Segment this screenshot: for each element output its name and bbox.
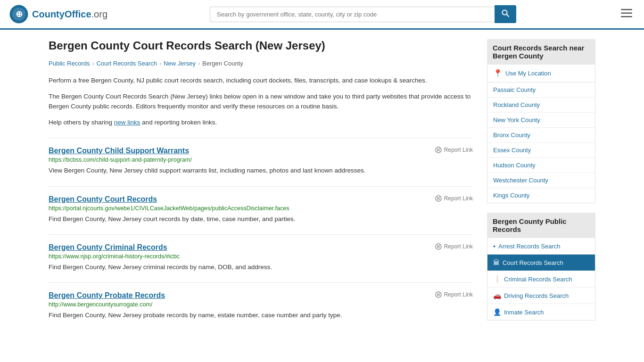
breadcrumb-court-records[interactable]: Court Records Search: [96, 60, 157, 67]
results-container: Bergen County Child Support Warrants Rep…: [49, 138, 473, 320]
nearby-county-item: Rockland County: [487, 98, 595, 113]
result-header: Bergen County Probate Records Report Lin…: [49, 291, 473, 300]
location-pin-icon: 📍: [493, 69, 503, 78]
nearby-county-item: New York County: [487, 113, 595, 128]
page-title: Bergen County Court Records Search (New …: [49, 39, 473, 52]
report-icon-2: [435, 243, 442, 250]
nearby-county-link-6[interactable]: Westchester County: [487, 173, 595, 188]
nearby-county-link-4[interactable]: Essex County: [487, 143, 595, 157]
logo-area: ⊕ CountyOffice.org: [9, 5, 107, 24]
report-link-0[interactable]: Report Link: [435, 147, 473, 153]
nearby-county-item: Passaic County: [487, 82, 595, 98]
svg-rect-7: [621, 16, 632, 17]
page-container: Bergen County Court Records Search (New …: [39, 30, 605, 339]
public-records-label-4: Inmate Search: [504, 309, 544, 316]
nearby-county-link-1[interactable]: Rockland County: [487, 98, 595, 112]
result-item: Bergen County Court Records Report Link …: [49, 186, 473, 224]
result-title-2[interactable]: Bergen County Criminal Records: [49, 243, 167, 252]
logo-icon: ⊕: [9, 5, 28, 24]
breadcrumb-public-records[interactable]: Public Records: [49, 60, 90, 67]
result-desc-0: View Bergen County, New Jersey child sup…: [49, 166, 473, 175]
svg-text:⊕: ⊕: [16, 9, 23, 19]
nearby-counties-list: Passaic CountyRockland CountyNew York Co…: [487, 82, 595, 203]
report-link-2[interactable]: Report Link: [435, 243, 473, 250]
public-records-item: ▪ Arrest Records Search: [487, 238, 595, 255]
nearby-county-link-7[interactable]: Kings County: [487, 188, 595, 203]
public-records-icon-2: ❕: [493, 275, 501, 283]
public-records-icon-4: 👤: [493, 308, 501, 316]
nearby-county-link-5[interactable]: Hudson County: [487, 158, 595, 173]
description-1: Perform a free Bergen County, NJ public …: [49, 75, 473, 86]
result-desc-3: Find Bergen County, New Jersey probate r…: [49, 311, 473, 320]
result-title-3[interactable]: Bergen County Probate Records: [49, 291, 165, 300]
public-records-icon-0: ▪: [493, 242, 495, 250]
public-records-item: 👤 Inmate Search: [487, 304, 595, 320]
public-records-icon-3: 🚗: [493, 292, 501, 299]
logo-text: CountyOffice.org: [32, 9, 107, 20]
result-item: Bergen County Probate Records Report Lin…: [49, 282, 473, 320]
svg-line-4: [507, 15, 509, 17]
report-icon-1: [435, 195, 442, 202]
nearby-county-link-2[interactable]: New York County: [487, 113, 595, 127]
public-records-label-3: Driving Records Search: [504, 292, 569, 299]
description-3: Help others by sharing new links and rep…: [49, 117, 473, 128]
new-links-link[interactable]: new links: [114, 119, 140, 126]
site-header: ⊕ CountyOffice.org: [0, 0, 644, 30]
description-2: The Bergen County Court Records Search (…: [49, 91, 473, 112]
public-records-link-4[interactable]: 👤 Inmate Search: [487, 304, 595, 320]
nearby-county-item: Hudson County: [487, 158, 595, 173]
public-records-section: Bergen County Public Records ▪ Arrest Re…: [487, 213, 595, 321]
nearby-county-item: Westchester County: [487, 173, 595, 188]
result-desc-2: Find Bergen County, New Jersey criminal …: [49, 263, 473, 272]
breadcrumb: Public Records › Court Records Search › …: [49, 60, 473, 67]
public-records-item: 🏛 Court Records Search: [487, 255, 595, 271]
report-icon-3: [435, 291, 442, 298]
result-desc-1: Find Bergen County, New Jersey court rec…: [49, 214, 473, 224]
report-link-1[interactable]: Report Link: [435, 195, 473, 202]
svg-rect-5: [621, 9, 632, 10]
result-url-0: https://bcbss.com/child-support-and-pate…: [49, 156, 473, 163]
public-records-link-3[interactable]: 🚗 Driving Records Search: [487, 288, 595, 304]
public-records-link-0[interactable]: ▪ Arrest Records Search: [487, 238, 595, 254]
result-header: Bergen County Court Records Report Link: [49, 195, 473, 204]
main-content: Bergen County Court Records Search (New …: [49, 39, 473, 330]
report-link-3[interactable]: Report Link: [435, 291, 473, 298]
result-url-1: https://portal.njcourts.gov/webe1/CIVILC…: [49, 205, 473, 212]
public-records-label-0: Arrest Records Search: [498, 243, 561, 250]
public-records-link-1[interactable]: 🏛 Court Records Search: [487, 255, 595, 271]
report-icon-0: [435, 147, 442, 153]
search-input[interactable]: [210, 7, 495, 22]
use-my-location-link[interactable]: 📍 Use My Location: [487, 65, 595, 82]
result-item: Bergen County Criminal Records Report Li…: [49, 234, 473, 272]
public-records-label-2: Criminal Records Search: [504, 276, 572, 283]
nearby-county-link-0[interactable]: Passaic County: [487, 82, 595, 97]
result-url-3: http://www.bergencountysurrogate.com/: [49, 301, 473, 308]
search-area: [210, 5, 516, 23]
nearby-section-title: Court Records Search near Bergen County: [487, 39, 595, 65]
result-header: Bergen County Criminal Records Report Li…: [49, 243, 473, 252]
public-records-item: ❕ Criminal Records Search: [487, 271, 595, 288]
public-records-title: Bergen County Public Records: [487, 213, 595, 238]
nearby-county-item: Kings County: [487, 188, 595, 203]
public-records-item: 🚗 Driving Records Search: [487, 288, 595, 304]
result-header: Bergen County Child Support Warrants Rep…: [49, 147, 473, 155]
nearby-section: Court Records Search near Bergen County …: [487, 39, 595, 203]
result-title-0[interactable]: Bergen County Child Support Warrants: [49, 147, 189, 155]
result-url-2: https://www.njsp.org/criminal-history-re…: [49, 253, 473, 260]
search-button[interactable]: [495, 5, 516, 23]
menu-button[interactable]: [619, 6, 635, 23]
result-item: Bergen County Child Support Warrants Rep…: [49, 138, 473, 175]
hamburger-icon: [621, 9, 632, 17]
nearby-county-item: Essex County: [487, 143, 595, 158]
nearby-county-link-3[interactable]: Bronx County: [487, 128, 595, 142]
public-records-icon-1: 🏛: [493, 259, 500, 266]
result-title-1[interactable]: Bergen County Court Records: [49, 195, 157, 204]
public-records-link-2[interactable]: ❕ Criminal Records Search: [487, 271, 595, 287]
svg-rect-6: [621, 13, 632, 14]
breadcrumb-bergen-county: Bergen County: [202, 60, 243, 67]
sidebar: Court Records Search near Bergen County …: [487, 39, 595, 330]
public-records-list: ▪ Arrest Records Search 🏛 Court Records …: [487, 238, 595, 321]
public-records-label-1: Court Records Search: [503, 259, 563, 266]
breadcrumb-new-jersey[interactable]: New Jersey: [164, 60, 196, 67]
nearby-county-item: Bronx County: [487, 128, 595, 143]
